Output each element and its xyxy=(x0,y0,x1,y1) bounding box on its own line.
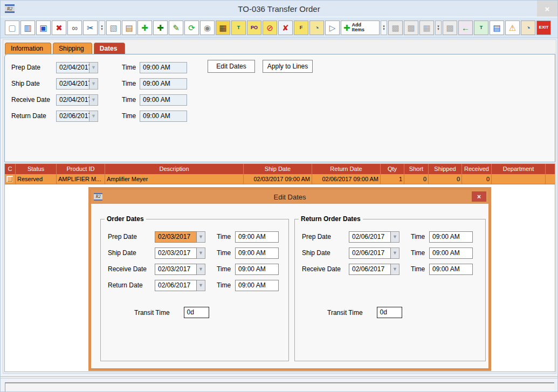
table-row[interactable]: Reserved AMPLIFIER M... Amplifier Meyer … xyxy=(5,174,555,184)
refresh-button[interactable]: ⟳ xyxy=(184,20,199,35)
column-header[interactable]: Status xyxy=(16,164,57,174)
transit-time-input[interactable]: 0d xyxy=(377,307,402,318)
add-items-dropdown[interactable]: ▾▾ xyxy=(381,20,387,35)
date-input[interactable]: 02/04/2017 xyxy=(56,62,89,73)
date-input[interactable]: 02/03/2017 xyxy=(155,231,197,243)
folder-history-button[interactable]: ◔ xyxy=(309,20,324,35)
date-field-label: Prep Date xyxy=(108,233,155,240)
date-input[interactable]: 02/06/2017 xyxy=(349,231,391,243)
dialog-close-button[interactable]: × xyxy=(472,191,486,202)
date-input[interactable]: 02/04/2017 xyxy=(56,78,89,90)
time-label: Time xyxy=(411,233,429,240)
chevron-down-icon[interactable]: ▼ xyxy=(197,247,205,259)
schedule-clock-button[interactable]: ◔ xyxy=(521,20,535,35)
save-transfer-button[interactable]: T xyxy=(474,20,488,35)
dialog-titlebar[interactable]: R2 Edit Dates × xyxy=(91,190,488,204)
date-input[interactable]: 02/06/2017 xyxy=(56,111,89,122)
report-doc-button[interactable]: ▤ xyxy=(490,20,504,35)
date-field-label: Receive Date xyxy=(302,265,349,273)
return-truck-button[interactable]: ← xyxy=(458,20,473,35)
column-header[interactable]: Description xyxy=(105,164,244,174)
window-close-button[interactable]: × xyxy=(537,1,557,17)
row-checkbox[interactable] xyxy=(6,176,13,182)
paste-button[interactable]: ▤ xyxy=(122,20,136,35)
column-header[interactable]: C xyxy=(5,164,16,174)
send-key-button[interactable]: ▷ xyxy=(325,20,340,35)
status-bar xyxy=(5,382,554,392)
date-field-label: Receive Date xyxy=(11,96,56,104)
date-input[interactable]: 02/06/2017 xyxy=(155,280,197,291)
print-button[interactable]: ▥ xyxy=(20,20,35,35)
catalog-restricted-button[interactable]: ⊘ xyxy=(263,20,277,35)
check-out-icon: ▩ xyxy=(407,24,415,32)
availability-spheres-button[interactable]: ◉ xyxy=(200,20,215,35)
chevron-down-icon[interactable]: ▼ xyxy=(89,94,98,106)
chevron-down-icon[interactable]: ▼ xyxy=(89,62,98,73)
transit-time-input[interactable]: 0d xyxy=(184,307,209,318)
transfer-doc-button[interactable]: T xyxy=(231,20,246,35)
alert-doc-button[interactable]: ⚠ xyxy=(505,20,520,35)
delete-button[interactable]: ✖ xyxy=(52,20,66,35)
file-folder-button[interactable]: F xyxy=(294,20,308,35)
time-input[interactable]: 09:00 AM xyxy=(235,280,279,291)
tab[interactable]: Information xyxy=(5,43,51,54)
time-input[interactable]: 09:00 AM xyxy=(140,62,187,73)
add-line-button[interactable]: ✚ xyxy=(137,20,152,35)
time-input[interactable]: 09:00 AM xyxy=(140,78,187,90)
time-input[interactable]: 09:00 AM xyxy=(235,264,279,275)
dates-tab-panel: Prep Date 02/04/2017 ▼ Time 09:00 AM Shi… xyxy=(4,54,555,162)
column-header[interactable]: Ship Date xyxy=(244,164,312,174)
find-binoculars-button[interactable]: ∞ xyxy=(67,20,82,35)
new-order-button[interactable]: ▢ xyxy=(5,20,19,35)
time-input[interactable]: 09:00 AM xyxy=(235,247,279,259)
time-label: Time xyxy=(411,265,429,273)
chevron-down-icon[interactable]: ▼ xyxy=(197,264,205,275)
chevron-down-icon[interactable]: ▼ xyxy=(391,247,399,259)
chevron-down-icon[interactable]: ▼ xyxy=(391,264,399,275)
column-header[interactable]: Product ID xyxy=(57,164,105,174)
table-cell: Reserved xyxy=(16,174,57,184)
cut-button[interactable]: ✂ xyxy=(83,20,98,35)
column-header[interactable]: Department xyxy=(492,164,546,174)
column-header[interactable]: Received xyxy=(462,164,492,174)
time-label: Time xyxy=(122,64,140,71)
copy-button[interactable]: ▧ xyxy=(106,20,121,35)
chevron-down-icon[interactable]: ▼ xyxy=(197,280,205,291)
edit-dates-button[interactable]: Edit Dates xyxy=(208,60,255,73)
column-header[interactable]: Short xyxy=(404,164,429,174)
date-combo: 02/06/2017 ▼ xyxy=(349,247,399,259)
apply-to-lines-button[interactable]: Apply to Lines xyxy=(263,60,313,73)
cut-options-dropdown[interactable]: ▾▾ xyxy=(99,20,105,35)
save-button[interactable]: ▣ xyxy=(36,20,51,35)
date-input[interactable]: 02/06/2017 xyxy=(349,264,391,275)
time-label: Time xyxy=(122,80,140,87)
order-dates-rows: Prep Date 02/03/2017 ▼ Time 09:00 AM Shi… xyxy=(101,219,288,293)
date-input[interactable]: 02/06/2017 xyxy=(349,247,391,259)
table-cell: 0 xyxy=(404,174,429,184)
column-header[interactable]: Shipped xyxy=(429,164,462,174)
chevron-down-icon[interactable]: ▼ xyxy=(89,78,98,90)
tab[interactable]: Shipping xyxy=(53,43,92,54)
time-input[interactable]: 09:00 AM xyxy=(140,111,187,122)
date-input[interactable]: 02/03/2017 xyxy=(155,247,197,259)
date-input[interactable]: 02/03/2017 xyxy=(155,264,197,275)
time-input[interactable]: 09:00 AM xyxy=(429,247,473,259)
time-input[interactable]: 09:00 AM xyxy=(140,94,187,106)
add-multiple-lines-button[interactable]: ✚ xyxy=(153,20,168,35)
exit-button[interactable]: EXIT xyxy=(536,20,551,35)
add-items-button[interactable]: ✚Add Items xyxy=(341,20,380,35)
time-input[interactable]: 09:00 AM xyxy=(429,231,473,243)
remove-doc-button[interactable]: ✘ xyxy=(278,20,293,35)
chevron-down-icon[interactable]: ▼ xyxy=(89,111,98,122)
column-header[interactable]: Qty xyxy=(381,164,404,174)
tab[interactable]: Dates xyxy=(94,43,126,54)
asset-register-button[interactable]: ▦ xyxy=(216,20,230,35)
time-input[interactable]: 09:00 AM xyxy=(235,231,279,243)
edit-notes-button[interactable]: ✎ xyxy=(169,20,183,35)
chevron-down-icon[interactable]: ▼ xyxy=(391,231,399,243)
time-input[interactable]: 09:00 AM xyxy=(429,264,473,275)
chevron-down-icon[interactable]: ▼ xyxy=(197,231,205,243)
misc-po-button[interactable]: PO xyxy=(247,20,261,35)
date-input[interactable]: 02/04/2017 xyxy=(56,94,89,106)
column-header[interactable]: Return Date xyxy=(312,164,381,174)
